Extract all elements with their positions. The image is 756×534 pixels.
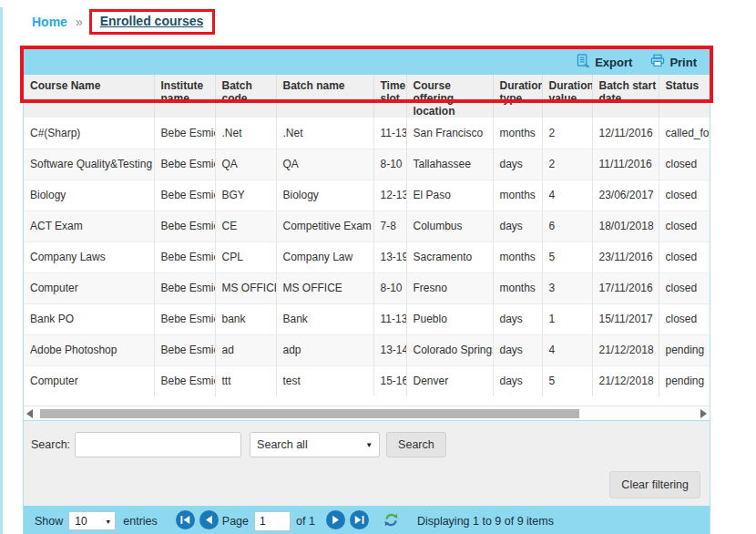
- breadcrumb-annotation-box: Enrolled courses: [89, 9, 216, 35]
- table-cell: Biology: [24, 180, 154, 211]
- table-cell: 3: [542, 272, 592, 303]
- table-cell: Adobe Photoshop: [24, 334, 154, 365]
- table-row[interactable]: Company LawsBebe EsmieCPLCompany Law13-1…: [24, 241, 710, 272]
- search-button[interactable]: Search: [386, 432, 446, 457]
- breadcrumb-current-link[interactable]: Enrolled courses: [100, 14, 204, 28]
- table-cell: 23/11/2016: [592, 241, 659, 272]
- horizontal-scrollbar[interactable]: [24, 406, 710, 420]
- table-cell: pending: [659, 334, 710, 365]
- table-cell: 13-14: [373, 334, 406, 365]
- column-header[interactable]: Course offering location: [406, 75, 493, 118]
- clear-filtering-button[interactable]: Clear filtering: [609, 471, 700, 498]
- table-cell: Software Quality&Testing: [24, 149, 154, 180]
- column-header[interactable]: Time slot: [373, 75, 406, 118]
- table-cell: Columbus: [406, 211, 493, 241]
- scroll-left-icon[interactable]: [26, 409, 33, 418]
- refresh-button[interactable]: [383, 512, 399, 530]
- column-header[interactable]: Course Name: [24, 75, 154, 118]
- table-row[interactable]: Adobe PhotoshopBebe Esmieadadp13-14Color…: [24, 334, 710, 365]
- print-icon: [650, 54, 665, 70]
- table-cell: 18/01/2018: [592, 211, 659, 241]
- next-page-icon: [326, 510, 345, 532]
- last-page-icon: [350, 510, 369, 532]
- table-row[interactable]: Software Quality&TestingBebe EsmieQAQA8-…: [24, 149, 710, 180]
- next-page-button[interactable]: [326, 510, 345, 532]
- table-cell: 4: [542, 180, 592, 211]
- column-header[interactable]: Institute name: [154, 75, 215, 118]
- table-cell: 11/11/2016: [592, 149, 659, 180]
- table-row[interactable]: ComputerBebe EsmieMS OFFICEMS OFFICE8-10…: [24, 272, 710, 303]
- column-header[interactable]: Duration type: [493, 75, 542, 118]
- entries-label: entries: [123, 515, 158, 528]
- table-cell: test: [276, 365, 373, 396]
- breadcrumb-home-link[interactable]: Home: [32, 15, 67, 29]
- table-cell: El Paso: [406, 180, 493, 211]
- table-cell: days: [493, 365, 542, 396]
- table-cell: 15-16: [373, 365, 406, 396]
- column-header[interactable]: Duration value: [542, 75, 592, 118]
- table-cell: Bebe Esmie: [154, 118, 215, 149]
- table-row[interactable]: ACT ExamBebe EsmieCECompetitive Exam7-8C…: [24, 211, 710, 241]
- table-cell: closed: [659, 272, 710, 303]
- export-button[interactable]: Export: [577, 54, 632, 71]
- search-filter-select[interactable]: Search all: [250, 432, 380, 457]
- table-toolbar: Export Print: [24, 49, 710, 75]
- breadcrumb-separator: »: [76, 15, 83, 29]
- export-button-label: Export: [595, 56, 632, 69]
- page-number-input[interactable]: [254, 511, 291, 531]
- search-input[interactable]: [75, 432, 241, 457]
- table-cell: CPL: [215, 241, 276, 272]
- table-cell: Bebe Esmie: [154, 211, 215, 241]
- last-page-button[interactable]: [350, 510, 369, 532]
- export-icon: [577, 54, 590, 71]
- table-cell: Colorado Springs: [406, 334, 493, 365]
- clear-filtering-row: Clear filtering: [31, 471, 700, 498]
- scrollbar-track[interactable]: [36, 408, 697, 419]
- breadcrumb: Home » Enrolled courses: [32, 9, 756, 35]
- table-row[interactable]: C#(Sharp)Bebe Esmie.Net.Net11-13San Fran…: [24, 118, 710, 149]
- table-row[interactable]: Bank POBebe EsmiebankBank11-13Pueblodays…: [24, 303, 710, 334]
- column-header[interactable]: Batch name: [276, 75, 373, 118]
- table-cell: days: [493, 149, 542, 180]
- table-cell: .Net: [276, 118, 373, 149]
- table-cell: 4: [542, 334, 592, 365]
- scrollbar-thumb[interactable]: [40, 409, 579, 418]
- table-row[interactable]: ComputerBebe Esmiettttest15-16Denverdays…: [24, 365, 710, 396]
- table-cell: 21/12/2018: [592, 365, 659, 396]
- table-cell: days: [493, 211, 542, 241]
- table-cell: Bebe Esmie: [154, 365, 215, 396]
- column-header[interactable]: Status: [659, 75, 710, 118]
- print-button[interactable]: Print: [650, 54, 697, 70]
- page-label: Page: [222, 515, 249, 528]
- table-cell: Bebe Esmie: [154, 303, 215, 334]
- table-cell: months: [493, 118, 542, 149]
- table-cell: MS OFFICE: [215, 272, 276, 303]
- search-filter-wrap: Search all: [250, 432, 380, 457]
- courses-table-viewport: Course NameInstitute nameBatch codeBatch…: [24, 75, 710, 406]
- table-row[interactable]: BiologyBebe EsmieBGYBiology12-13El Pasom…: [24, 180, 710, 211]
- table-cell: 8-10: [373, 149, 406, 180]
- previous-page-button[interactable]: [199, 510, 219, 532]
- table-cell: 5: [542, 241, 592, 272]
- table-cell: closed: [659, 303, 710, 334]
- table-cell: 1: [542, 303, 592, 334]
- table-cell: C#(Sharp): [24, 118, 154, 149]
- table-cell: closed: [659, 149, 710, 180]
- table-cell: 2: [542, 118, 592, 149]
- table-cell: Bank: [276, 303, 373, 334]
- column-header[interactable]: Batch code: [215, 75, 276, 118]
- table-cell: Bebe Esmie: [154, 180, 215, 211]
- table-cell: ACT Exam: [24, 211, 154, 241]
- table-cell: BGY: [215, 180, 276, 211]
- page-size-wrap: 10: [68, 511, 116, 530]
- scroll-right-icon[interactable]: [700, 409, 707, 418]
- table-cell: months: [493, 272, 542, 303]
- refresh-icon: [383, 512, 399, 530]
- page-size-select[interactable]: 10: [68, 511, 116, 530]
- table-cell: pending: [659, 365, 710, 396]
- table-cell: Denver: [406, 365, 493, 396]
- column-header[interactable]: Batch start date: [592, 75, 659, 118]
- first-page-button[interactable]: [176, 510, 195, 532]
- table-cell: 11-13: [373, 303, 406, 334]
- table-header-row: Course NameInstitute nameBatch codeBatch…: [24, 75, 710, 118]
